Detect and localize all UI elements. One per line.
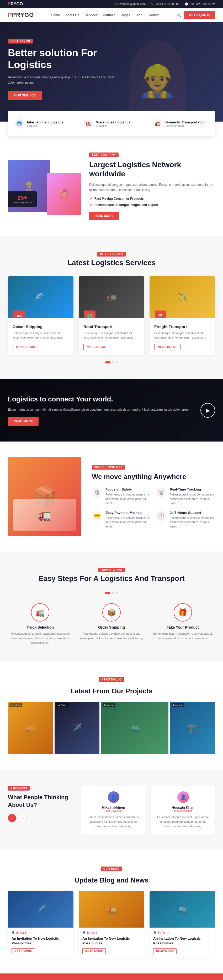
header-main: PPRYGO Home About Us Services Portfolio … [0,8,223,22]
blog-title-3: An Invitation To New Logistic Possibilit… [153,936,212,946]
payment-desc: Pellentesque id congue magna nisl accums… [106,515,151,529]
why-title: We move anything Anywhere [92,473,215,481]
step-3-desc: Nemo enim ipsam voluptatem quia voluptas… [150,632,215,641]
testimonial-name-1: Mika hakkinen [87,805,140,810]
step-2-title: Order Shipping [79,625,144,629]
hero-cta-button[interactable]: OUR SERVICE [8,91,42,100]
blog-link-3[interactable]: READ MORE [153,948,176,954]
about-content: BEST COMPANY Largest Logistics Network w… [89,152,215,220]
testimonial-avatar-2: 👤 [177,791,189,803]
testimonial-text-2: Eius modi tempora incidunt ulque labore … [157,815,209,829]
dot-2[interactable] [112,361,114,363]
why-us-section: 📦 🚛 WHY CHOOSE US? We move anything Anyw… [0,442,223,552]
search-button[interactable]: 🔍 [176,13,181,18]
safety-icon: 🛡️ [92,487,102,498]
site-logo: PPRYGO [8,11,34,18]
testimonials-cards: 👤 Mika hakkinen Web Developer Lorem ipsu… [81,786,215,835]
about-images: 👷 🙋 25+ Years Experience [8,160,81,212]
phone-icon: 📞 [151,2,154,6]
portfolio-title: Latest From Our Projects [8,687,215,695]
check-icon-1: ✔ [89,197,92,201]
quote-button[interactable]: GET A QUOTE [184,11,215,19]
portfolio-item-4[interactable]: by Admin 🏗️ [170,702,215,754]
safety-title: Focus on Safety [106,487,151,491]
steps-section: HOW IT WORK Easy Steps For A Logistics A… [0,552,223,661]
feature-dom-title: Domestic Transportation [165,120,205,124]
why-us-image: 📦 🚛 [8,457,81,536]
blog-title-2: An Invitation To New Logistic Possibilit… [82,936,141,946]
check-icon-2: ✔ [89,203,92,207]
freight-title: Freight Transport [154,325,210,329]
portfolio-item-3[interactable]: by Admin 🚢 [101,702,168,754]
portfolio-item-1[interactable]: by Admin 🚚 [8,702,53,754]
nav-pages[interactable]: Pages [121,13,130,17]
step-3-title: Take Your Product [150,625,215,629]
nav-about[interactable]: About Us [65,13,79,17]
road-service-icon: 🛣️ [84,310,96,318]
testimonials-prev-button[interactable]: ← [8,814,16,822]
ocean-more-link[interactable]: MORE DETAIL [13,344,39,350]
tracking-icon: 📡 [156,487,167,498]
support-title: 24/7 Hours Support [170,511,215,515]
about-read-more-button[interactable]: READ MORE [89,212,119,220]
road-more-link[interactable]: MORE DETAIL [83,344,110,350]
dot-3[interactable] [116,361,118,363]
steps-badge: HOW IT WORK [98,568,125,572]
warehouse-icon: 🏭 [84,119,93,128]
truck-icon: 🚛 [31,603,49,622]
road-image: 🚛 🛣️ [79,276,144,318]
testimonial-avatar-1: 👤 [108,791,119,803]
nav-portfolio[interactable]: Portfolio [103,13,116,17]
support-icon: 🕐 [156,511,167,521]
why-badge: WHY CHOOSE US? [92,465,125,469]
blog-badge: OUR BLOG [101,867,122,871]
cta-play-button[interactable]: ▶ [201,403,215,418]
feature-international: 🌐 International Logistics Logistics [8,116,77,131]
person-icon-2: 👤 [82,931,85,934]
testimonials-section: # REVIEWS What People Thinking About Us?… [0,770,223,850]
blog-title-1: An Invitation To New Logistic Possibilit… [11,936,70,946]
about-section: 👷 🙋 25+ Years Experience BEST COMPANY La… [0,136,223,236]
cta-button[interactable]: READ MORE [8,417,39,426]
nav-contact[interactable]: Contact [148,13,159,17]
hero-description: Pellentesque id congue magna,sed aliquet… [8,75,118,86]
testimonials-next-button[interactable]: → [18,814,27,822]
about-badge: BEST COMPANY [89,153,119,157]
tracking-desc: Pellentesque id congue magna nisl accums… [170,492,215,506]
road-title: Road Transport [83,325,140,329]
portfolio-item-2[interactable]: by Admin ✈️ [55,702,100,754]
portfolio-badge: # PORTFOLIO [99,677,124,682]
testimonials-nav: ← → [8,814,71,822]
ocean-service-icon: 🚢 [13,310,25,318]
nav-home[interactable]: Home [51,13,60,17]
box-icon: 📦 [102,603,121,622]
blog-meta-2: 👤 By Admin [82,931,141,934]
step-order-shipping: 📦 Order Shipping Aute futuriat ut labore… [79,603,144,645]
dot-1[interactable] [105,361,111,363]
blog-grid: ✈️ 👤 By Admin An Invitation To New Logis… [8,891,215,958]
blog-title: Update Blog and News [8,876,215,885]
testimonial-role-1: Web Developer [87,810,140,812]
freight-more-link[interactable]: MORE DETAIL [154,344,181,350]
hero-section: BEST PRYGO Better solution For Logistics… [0,22,223,122]
about-description: Pellentesque id congue magna,sed aliquet… [89,182,215,193]
payment-icon: 💳 [92,511,102,521]
international-icon: 🌐 [14,119,24,128]
nav-services[interactable]: Services [85,13,98,17]
domestic-icon: 🚛 [153,119,162,128]
phone-contact: 📞 Call:+1234 000 00 [151,2,180,6]
years-label: Years Experience [13,201,32,204]
safety-desc: Pellentesque id congue magna nisl accums… [106,492,151,506]
blog-link-2[interactable]: READ MORE [82,948,106,954]
why-features-grid: 🛡️ Focus on Safety Pellentesque id congu… [92,487,215,528]
testimonial-role-2: Web Developer [157,810,209,812]
services-title: Latest Logistics Services [8,259,215,267]
blog-section: OUR BLOG Update Blog and News ✈️ 👤 By Ad… [0,850,223,974]
nav-blog[interactable]: Blog [136,13,143,17]
about-feature-1: ✔ Fast Moving Consumer Products [89,197,215,201]
step-truck-selection: 🚛 Truck Selection Pellentesque id congue… [8,603,73,645]
steps-grid: 🚛 Truck Selection Pellentesque id congue… [8,603,215,645]
blog-meta-1: 👤 By Admin [11,931,70,934]
blog-link-1[interactable]: READ MORE [11,948,35,954]
about-feature-2: ✔ Pellentesque id congue magna sed aliqu… [89,203,215,207]
